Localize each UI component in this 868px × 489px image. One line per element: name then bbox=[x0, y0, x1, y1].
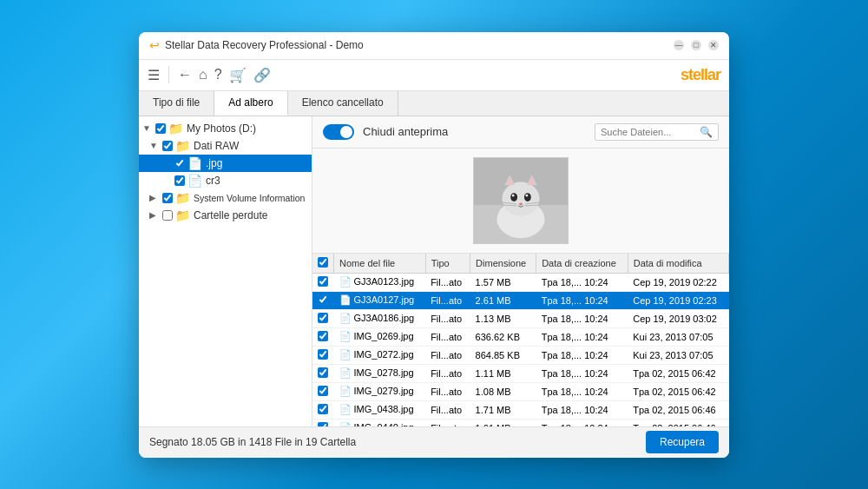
row-filename: 📄IMG_0438.jpg bbox=[334, 400, 426, 419]
table-row[interactable]: 📄IMG_0272.jpg Fil...ato 864.85 KB Tpa 18… bbox=[312, 346, 729, 364]
row-checkbox[interactable] bbox=[318, 331, 328, 341]
status-bar: Segnato 18.05 GB in 1418 File in 19 Cart… bbox=[139, 426, 729, 458]
row-created: Tpa 18,... 10:24 bbox=[536, 419, 628, 426]
checkbox-my-photos[interactable] bbox=[155, 123, 166, 134]
col-dimensione[interactable]: Dimensione bbox=[470, 254, 536, 274]
table-row[interactable]: 📄GJ3A0127.jpg Fil...ato 2.61 MB Tpa 18,.… bbox=[312, 291, 729, 309]
close-button[interactable]: ✕ bbox=[708, 40, 719, 50]
checkbox-cartelle-perdute[interactable] bbox=[162, 210, 173, 221]
folder-icon: 📁 bbox=[175, 208, 190, 222]
table-row[interactable]: 📄IMG_0269.jpg Fil...ato 636.62 KB Tpa 18… bbox=[312, 327, 729, 346]
table-row[interactable]: 📄IMG_0278.jpg Fil...ato 1.11 MB Tpa 18,.… bbox=[312, 364, 729, 382]
row-checkbox-cell bbox=[312, 327, 334, 346]
row-filename: 📄IMG_0279.jpg bbox=[334, 382, 426, 400]
row-checkbox[interactable] bbox=[318, 313, 328, 323]
row-created: Tpa 18,... 10:24 bbox=[536, 346, 628, 364]
row-modified: Tpa 02, 2015 06:42 bbox=[628, 364, 728, 382]
checkbox-cr3[interactable] bbox=[174, 175, 185, 186]
svg-point-8 bbox=[510, 193, 517, 202]
svg-point-3 bbox=[502, 182, 539, 215]
row-checkbox-cell bbox=[312, 400, 334, 419]
sidebar-item-label: My Photos (D:) bbox=[187, 122, 256, 135]
row-checkbox[interactable] bbox=[318, 367, 328, 378]
row-size: 1.57 MB bbox=[470, 273, 536, 291]
sidebar-item-my-photos[interactable]: ▼ 📁 My Photos (D:) bbox=[139, 120, 312, 137]
tab-elenco-cancellato[interactable]: Elenco cancellato bbox=[288, 91, 398, 116]
table-row[interactable]: 📄GJ3A0123.jpg Fil...ato 1.57 MB Tpa 18,.… bbox=[312, 273, 729, 291]
cart-icon[interactable]: 🛒 bbox=[229, 67, 247, 83]
row-created: Tpa 18,... 10:24 bbox=[536, 273, 628, 291]
file-icon: 📄 bbox=[187, 156, 202, 170]
row-tipo: Fil...ato bbox=[425, 291, 470, 309]
col-filename[interactable]: Nome del file bbox=[334, 254, 426, 274]
row-filename: 📄IMG_0440.jpg bbox=[334, 419, 426, 426]
menu-icon[interactable]: ☰ bbox=[148, 67, 160, 83]
expand-icon: ▶ bbox=[149, 210, 160, 220]
table-row[interactable]: 📄IMG_0438.jpg Fil...ato 1.71 MB Tpa 18,.… bbox=[312, 400, 729, 419]
row-filename: 📄IMG_0269.jpg bbox=[334, 327, 426, 346]
preview-toggle[interactable] bbox=[323, 124, 354, 140]
checkbox-jpg[interactable] bbox=[174, 158, 185, 169]
row-checkbox-cell bbox=[312, 291, 334, 309]
expand-icon: ▼ bbox=[142, 123, 153, 133]
tab-tipo-di-file[interactable]: Tipo di file bbox=[139, 91, 214, 116]
row-created: Tpa 18,... 10:24 bbox=[536, 400, 628, 419]
file-icon: 📄 bbox=[187, 174, 202, 188]
row-modified: Cep 19, 2019 03:02 bbox=[628, 309, 728, 327]
row-modified: Tpa 02, 2015 06:46 bbox=[628, 400, 728, 419]
row-checkbox-cell bbox=[312, 364, 334, 382]
row-modified: Cep 19, 2019 02:22 bbox=[628, 273, 728, 291]
select-all-checkbox[interactable] bbox=[318, 257, 328, 268]
row-created: Tpa 18,... 10:24 bbox=[536, 309, 628, 327]
row-checkbox[interactable] bbox=[318, 386, 328, 396]
toolbar-sep-1 bbox=[168, 66, 169, 83]
file-type-icon: 📄 bbox=[339, 367, 352, 378]
file-table: Nome del file Tipo Dimensione Data di cr… bbox=[312, 254, 729, 426]
sidebar-item-label: Cartelle perdute bbox=[194, 209, 267, 221]
row-checkbox[interactable] bbox=[318, 276, 328, 287]
search-input[interactable] bbox=[601, 127, 696, 137]
row-checkbox[interactable] bbox=[318, 349, 328, 360]
main-window: ↩ Stellar Data Recovery Professional - D… bbox=[139, 32, 729, 458]
folder-icon: 📁 bbox=[168, 122, 183, 135]
search-box: 🔍 bbox=[595, 123, 719, 141]
table-row[interactable]: 📄IMG_0440.jpg Fil...ato 1.61 MB Tpa 18,.… bbox=[312, 419, 729, 426]
expand-icon: ▶ bbox=[149, 193, 160, 202]
recover-button[interactable]: Recupera bbox=[646, 431, 719, 453]
home-icon[interactable]: ⌂ bbox=[199, 67, 207, 83]
row-filename: 📄GJ3A0186.jpg bbox=[334, 309, 426, 327]
row-checkbox-cell bbox=[312, 273, 334, 291]
sidebar-item-system-volume[interactable]: ▶ 📁 System Volume Information bbox=[139, 189, 312, 207]
back-icon[interactable]: ← bbox=[178, 67, 192, 83]
row-checkbox[interactable] bbox=[318, 294, 328, 305]
row-filename: 📄GJ3A0123.jpg bbox=[334, 273, 426, 291]
table-row[interactable]: 📄IMG_0279.jpg Fil...ato 1.08 MB Tpa 18,.… bbox=[312, 382, 729, 400]
col-tipo[interactable]: Tipo bbox=[425, 254, 470, 274]
sidebar-item-cartelle-perdute[interactable]: ▶ 📁 Cartelle perdute bbox=[139, 207, 312, 224]
row-tipo: Fil...ato bbox=[425, 309, 470, 327]
sidebar-item-jpg[interactable]: 📄 .jpg bbox=[139, 155, 312, 172]
file-table-body: 📄GJ3A0123.jpg Fil...ato 1.57 MB Tpa 18,.… bbox=[312, 273, 729, 426]
link-icon[interactable]: 🔗 bbox=[253, 67, 271, 83]
maximize-button[interactable]: □ bbox=[691, 40, 701, 50]
checkbox-system-volume[interactable] bbox=[162, 193, 173, 203]
sidebar-item-dati-raw[interactable]: ▼ 📁 Dati RAW bbox=[139, 137, 312, 155]
row-size: 1.71 MB bbox=[470, 400, 536, 419]
table-row[interactable]: 📄GJ3A0186.jpg Fil...ato 1.13 MB Tpa 18,.… bbox=[312, 309, 729, 327]
row-checkbox[interactable] bbox=[318, 404, 328, 414]
row-modified: Tpa 02, 2015 06:46 bbox=[628, 419, 728, 426]
table-header-row: Nome del file Tipo Dimensione Data di cr… bbox=[312, 254, 729, 274]
checkbox-dati-raw[interactable] bbox=[162, 141, 173, 151]
row-size: 636.62 KB bbox=[470, 327, 536, 346]
row-size: 864.85 KB bbox=[470, 346, 536, 364]
row-checkbox-cell bbox=[312, 419, 334, 426]
col-created[interactable]: Data di creazione bbox=[536, 254, 628, 274]
sidebar-item-cr3[interactable]: 📄 cr3 bbox=[139, 172, 312, 189]
row-filename: 📄GJ3A0127.jpg bbox=[334, 291, 426, 309]
help-icon[interactable]: ? bbox=[214, 67, 222, 83]
preview-header: Chiudi anteprima 🔍 bbox=[312, 116, 729, 149]
tab-ad-albero[interactable]: Ad albero bbox=[214, 91, 287, 116]
col-modified[interactable]: Data di modifica bbox=[628, 254, 728, 274]
search-icon: 🔍 bbox=[700, 126, 713, 138]
minimize-button[interactable]: — bbox=[674, 40, 684, 50]
